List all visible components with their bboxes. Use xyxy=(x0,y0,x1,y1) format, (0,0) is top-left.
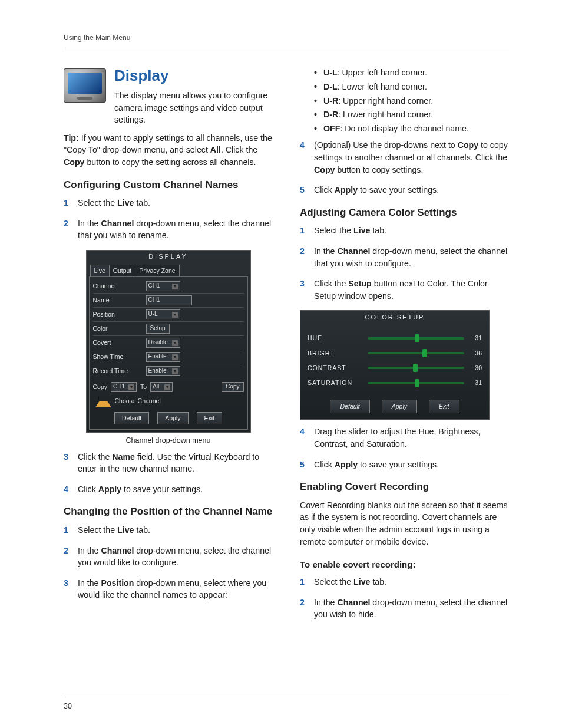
step: (Optional) Use the drop-downs next to Co… xyxy=(300,139,509,176)
list-item: D-L: Lower left hand corner. xyxy=(312,81,509,93)
chevron-down-icon: ▾ xyxy=(164,384,170,390)
chevron-down-icon: ▾ xyxy=(172,284,178,289)
slider-thumb[interactable] xyxy=(413,364,418,372)
step-bold: Channel xyxy=(101,546,134,555)
step-text: Select the xyxy=(314,577,353,587)
step-bold: Copy xyxy=(458,140,478,150)
step-bold: Live xyxy=(117,525,134,535)
tab-live[interactable]: Live xyxy=(90,265,110,276)
slider-label: HUE xyxy=(308,334,362,342)
step-text: In the xyxy=(78,578,101,588)
step-text: tab. xyxy=(134,525,150,535)
slider-thumb[interactable] xyxy=(415,379,419,387)
pos-key: U-R xyxy=(323,96,338,106)
list-item: U-L: Upper left hand corner. xyxy=(312,67,509,79)
dropdown-value: U-L xyxy=(148,310,158,319)
step-text: button to copy settings. xyxy=(335,165,423,174)
pos-key: D-R xyxy=(323,110,338,119)
list-item: U-R: Upper right hand corner. xyxy=(312,95,509,107)
tip-paragraph: Tip: If you want to apply settings to al… xyxy=(64,132,273,169)
tip-label: Tip: xyxy=(64,133,79,143)
step: In the Channel drop-down menu, select th… xyxy=(300,245,509,269)
slider-label: CONTRAST xyxy=(308,364,362,373)
exit-button[interactable]: Exit xyxy=(197,412,223,424)
dropdown-value: Disable xyxy=(148,338,168,347)
step-bold: Channel xyxy=(337,598,370,607)
step: Select the Live tab. xyxy=(300,576,509,588)
saturation-slider[interactable] xyxy=(368,382,464,384)
covert-intro: Covert Recording blanks out the screen s… xyxy=(300,499,509,548)
step: In the Position drop-down menu, select w… xyxy=(64,577,273,601)
display-dialog: DISPLAY Live Output Privacy Zone Channel… xyxy=(86,250,251,433)
pos-val: : Upper right hand corner. xyxy=(338,96,433,106)
row-label-color: Color xyxy=(93,324,140,333)
step-bold: Channel xyxy=(337,246,370,256)
chevron-down-icon: ▾ xyxy=(172,340,178,346)
color-setup-button[interactable]: Setup xyxy=(146,324,170,334)
tab-output[interactable]: Output xyxy=(109,265,136,276)
slider-thumb[interactable] xyxy=(422,349,427,357)
record-time-dropdown[interactable]: Enable▾ xyxy=(146,366,180,376)
apply-button[interactable]: Apply xyxy=(157,412,188,424)
show-time-dropdown[interactable]: Enable▾ xyxy=(146,352,180,362)
figure-caption: Channel drop-down menu xyxy=(64,435,273,446)
row-label-record-time: Record Time xyxy=(93,367,140,375)
slider-value: 36 xyxy=(470,349,482,358)
step: In the Channel drop-down menu, select th… xyxy=(64,218,273,242)
copy-from-dropdown[interactable]: CH1▾ xyxy=(111,382,137,392)
page-title: Display xyxy=(114,65,273,87)
step-text: In the xyxy=(78,219,101,228)
step-text: In the xyxy=(314,598,337,607)
step-bold: Channel xyxy=(101,219,134,228)
list-item: OFF: Do not display the channel name. xyxy=(312,123,509,135)
channel-dropdown[interactable]: CH1▾ xyxy=(146,281,180,291)
running-header: Using the Main Menu xyxy=(64,33,509,48)
copy-label: Copy xyxy=(93,383,108,391)
slider-thumb[interactable] xyxy=(415,334,419,342)
step-text: Click xyxy=(78,485,98,494)
slider-row-contrast: CONTRAST 30 xyxy=(300,361,489,375)
warning-icon xyxy=(95,394,111,407)
dropdown-value: CH1 xyxy=(148,282,160,291)
copy-button[interactable]: Copy xyxy=(222,382,243,392)
dialog-title: DISPLAY xyxy=(87,251,250,263)
step-text: (Optional) Use the drop-downs next to xyxy=(314,140,458,150)
page-number: 30 xyxy=(64,702,72,710)
step-text: to save your settings. xyxy=(121,485,203,494)
step-text: Click the xyxy=(314,279,348,288)
intro-text: The display menu allows you to configure… xyxy=(114,91,267,124)
bright-slider[interactable] xyxy=(368,352,464,354)
tab-privacy-zone[interactable]: Privacy Zone xyxy=(135,265,179,276)
step-bold: Apply xyxy=(335,460,358,469)
name-input[interactable]: CH1 xyxy=(146,295,192,305)
tip-all: All xyxy=(210,145,221,154)
step: In the Channel drop-down menu, select th… xyxy=(64,545,273,569)
color-setup-dialog: COLOR SETUP HUE 31 BRIGHT 36 CONTRAST 30 xyxy=(300,310,490,420)
row-label-show-time: Show Time xyxy=(93,353,140,361)
slider-row-saturation: SATURATION 31 xyxy=(300,375,489,390)
list-item: D-R: Lower right hand corner. xyxy=(312,108,509,121)
step-text: tab. xyxy=(370,577,386,587)
slider-value: 30 xyxy=(470,364,482,373)
hue-slider[interactable] xyxy=(368,337,464,340)
step: Click the Setup button next to Color. Th… xyxy=(300,278,509,302)
step-text: Select the xyxy=(78,525,117,535)
slider-label: SATURATION xyxy=(308,378,362,387)
row-label-name: Name xyxy=(93,296,140,305)
dropdown-value: Enable xyxy=(148,367,167,375)
dropdown-value: Enable xyxy=(148,353,167,361)
copy-to-dropdown[interactable]: All▾ xyxy=(150,382,173,392)
step-bold: Copy xyxy=(314,165,335,174)
covert-dropdown[interactable]: Disable▾ xyxy=(146,338,180,348)
contrast-slider[interactable] xyxy=(368,367,464,369)
step-text: In the xyxy=(314,246,337,256)
apply-button[interactable]: Apply xyxy=(382,400,417,413)
heading-custom-channel-names: Configuring Custom Channel Names xyxy=(64,178,273,193)
covert-subheading: To enable covert recording: xyxy=(300,558,509,571)
default-button[interactable]: Default xyxy=(114,412,149,424)
pos-val: : Do not display the channel name. xyxy=(340,124,468,133)
default-button[interactable]: Default xyxy=(330,400,369,413)
position-dropdown[interactable]: U-L▾ xyxy=(146,309,180,319)
exit-button[interactable]: Exit xyxy=(429,400,459,413)
step-bold: Live xyxy=(353,226,370,235)
